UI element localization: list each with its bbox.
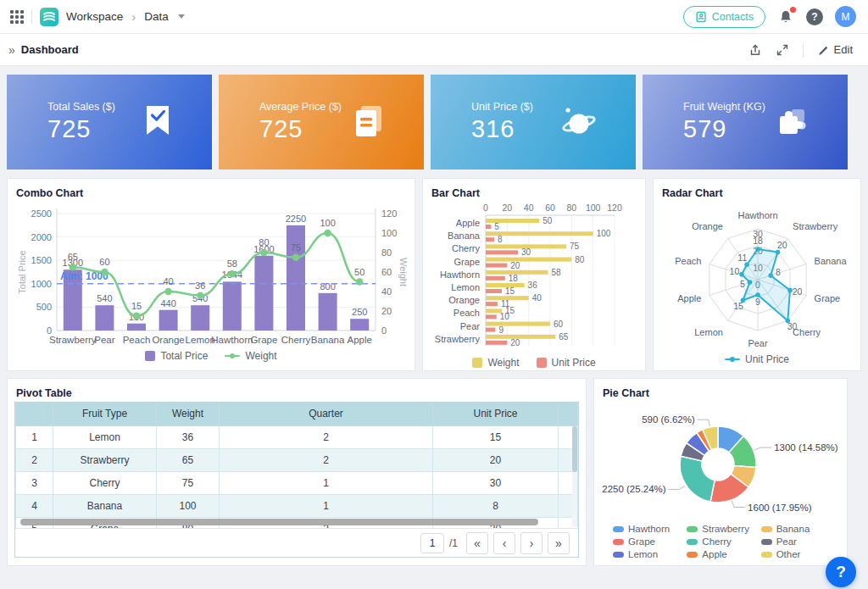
page-title: Dashboard (21, 43, 79, 56)
kpi-total-sales[interactable]: Total Sales ($) 725 (7, 75, 212, 169)
radar-legend[interactable]: Unit Price (660, 351, 854, 368)
contacts-button[interactable]: Contacts (683, 6, 765, 28)
avatar[interactable]: M (835, 6, 856, 27)
table-cell: 15 (433, 425, 559, 448)
legend-marker-total-price (145, 351, 155, 361)
vertical-scrollbar[interactable] (572, 426, 577, 526)
pencil-icon (817, 43, 830, 56)
legend-label: Lemon (628, 549, 658, 559)
puzzle-icon (773, 103, 810, 142)
pivot-table[interactable]: Fruit TypeWeightQuarterUnit Price1Lemon3… (15, 403, 578, 528)
pie-legend-item[interactable]: Grape (613, 536, 687, 547)
legend-label: Unit Price (745, 353, 789, 365)
svg-text:Pear: Pear (94, 335, 114, 345)
svg-text:20: 20 (381, 306, 392, 316)
svg-text:Lemon: Lemon (694, 327, 723, 337)
pie-legend-item[interactable]: Strawberry (687, 524, 760, 534)
svg-text:440: 440 (160, 298, 175, 308)
weight-line[interactable] (73, 233, 359, 316)
chart-title: Bar Chart (431, 187, 638, 199)
export-icon[interactable] (748, 43, 762, 57)
column-header: Fruit Type (53, 403, 157, 425)
pie-legend-item[interactable]: Apple (687, 549, 760, 559)
table-row[interactable]: 2Strawberry65220 (16, 448, 578, 471)
pie-legend-item[interactable]: Lemon (613, 549, 687, 559)
edit-button[interactable]: Edit (817, 43, 853, 56)
kpi-value: 725 (259, 115, 342, 143)
total-price-bars[interactable] (64, 225, 369, 331)
collapse-panel-icon[interactable]: » (8, 43, 15, 57)
kpi-value: 316 (471, 115, 533, 143)
page-number-input[interactable] (420, 533, 444, 553)
pie-legend-item[interactable]: Cherry (687, 536, 760, 547)
table-cell: Banana (53, 494, 157, 517)
svg-text:Weight: Weight (398, 258, 409, 286)
pie-chart-card: Pie Chart 1300 (14.58%)1600 (17.95%)2250… (593, 378, 848, 566)
table-cell: Lemon (53, 425, 157, 448)
kpi-fruit-weight[interactable]: Fruit Weight (KG) 579 (643, 75, 848, 169)
first-page-button[interactable]: « (466, 532, 488, 554)
breadcrumb-data[interactable]: Data (144, 10, 169, 23)
next-page-button[interactable]: › (520, 532, 542, 554)
help-icon[interactable]: ? (806, 8, 823, 25)
table-row[interactable]: 1Lemon36215 (16, 425, 578, 448)
svg-text:2500: 2500 (31, 208, 52, 219)
svg-text:60: 60 (99, 257, 109, 267)
svg-text:5: 5 (494, 222, 499, 231)
contacts-label: Contacts (712, 11, 754, 23)
planet-icon (559, 103, 598, 142)
previous-page-button[interactable]: ‹ (493, 532, 515, 554)
kpi-unit-price[interactable]: Unit Price ($) 316 (431, 75, 636, 169)
svg-text:Apple: Apple (456, 218, 480, 228)
svg-text:2000: 2000 (31, 232, 52, 242)
column-header (559, 403, 578, 425)
svg-text:30: 30 (787, 321, 798, 331)
svg-text:11: 11 (737, 253, 747, 263)
fullscreen-icon[interactable] (776, 43, 789, 57)
svg-text:Strawberry: Strawberry (793, 221, 838, 231)
unit-price-area[interactable] (742, 249, 790, 321)
svg-text:18: 18 (509, 274, 519, 283)
bar-legend[interactable]: Weight Unit Price (430, 354, 638, 371)
svg-text:9: 9 (755, 297, 760, 307)
svg-text:540: 540 (97, 293, 112, 303)
notifications-bell-icon[interactable] (777, 8, 794, 25)
table-cell: Strawberry (53, 448, 157, 471)
pie-legend-item[interactable]: Banana (761, 524, 835, 534)
chevron-down-icon[interactable] (178, 14, 185, 19)
app-launcher-icon[interactable] (10, 10, 24, 24)
radar-chart[interactable]: HawthornStrawberryBananaGrapeCherryPearL… (660, 202, 855, 351)
svg-text:0: 0 (483, 203, 488, 213)
legend-marker (687, 526, 698, 532)
divider (31, 9, 32, 25)
svg-text:20: 20 (793, 286, 803, 297)
pie-legend[interactable]: HawthornStrawberryBananaGrapeCherryPearL… (601, 522, 840, 559)
svg-text:Orange: Orange (152, 335, 184, 345)
bar-chart[interactable]: 0204060801001205051008753080205818361540… (430, 202, 640, 354)
pie-legend-item[interactable]: Hawthorn (613, 524, 687, 534)
kpi-average-price[interactable]: Average Price ($) 725 (219, 75, 424, 169)
svg-text:Strawberry: Strawberry (49, 335, 97, 345)
pie-legend-item[interactable]: Pear (761, 536, 835, 547)
pie-chart[interactable]: 1300 (14.58%)1600 (17.95%)2250 (25.24%)5… (601, 402, 842, 522)
pie-legend-item[interactable]: Other (761, 549, 835, 559)
pivot-table-card: Pivot Table Fruit TypeWeightQuarterUnit … (7, 378, 587, 566)
combo-legend[interactable]: Total Price Weight (14, 347, 408, 364)
svg-text:120: 120 (607, 203, 622, 213)
top-navbar: Workspace › Data Contacts (0, 0, 868, 34)
svg-text:2250: 2250 (286, 214, 306, 224)
table-row[interactable]: 4Banana10018 (16, 494, 578, 517)
last-page-button[interactable]: » (548, 532, 570, 554)
pie-slices[interactable] (680, 426, 756, 503)
workspace-logo-icon[interactable] (40, 8, 58, 26)
floating-help-button[interactable]: ? (826, 557, 856, 587)
horizontal-scrollbar[interactable] (20, 519, 538, 525)
legend-marker-unit-price (725, 358, 740, 361)
svg-text:8: 8 (498, 235, 503, 244)
combo-chart[interactable]: 05001000150020002500020406080100120Total… (14, 202, 409, 347)
table-cell: 1 (220, 494, 433, 517)
legend-marker (687, 552, 698, 558)
svg-text:80: 80 (381, 247, 392, 258)
breadcrumb-workspace[interactable]: Workspace (66, 10, 123, 23)
table-row[interactable]: 3Cherry75130 (16, 471, 578, 494)
